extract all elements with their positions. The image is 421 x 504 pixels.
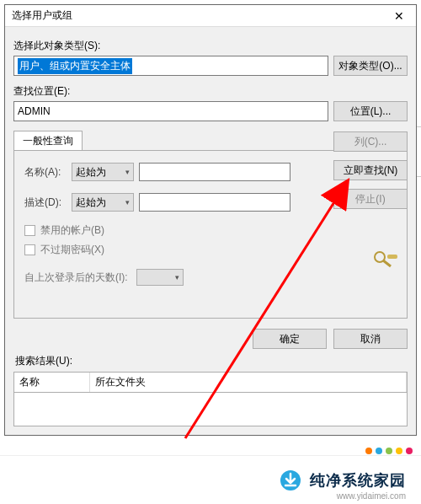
object-types-button[interactable]: 对象类型(O)... <box>333 56 408 76</box>
name-match-value: 起始为 <box>76 165 106 180</box>
stop-button[interactable]: 停止(I) <box>333 189 408 209</box>
close-icon: ✕ <box>394 9 404 23</box>
svg-rect-2 <box>387 255 397 259</box>
right-button-column: 列(C)... 立即查找(N) 停止(I) <box>333 131 408 209</box>
desc-match-combo[interactable]: 起始为 ▾ <box>72 193 134 212</box>
results-list[interactable] <box>13 393 408 426</box>
ok-button[interactable]: 确定 <box>253 329 327 349</box>
name-match-combo[interactable]: 起始为 ▾ <box>72 163 134 181</box>
results-col-name[interactable]: 名称 <box>14 373 90 392</box>
footer-brand: 纯净系统家园 <box>310 470 406 491</box>
titlebar: 选择用户或组 ✕ <box>5 5 416 27</box>
columns-button[interactable]: 列(C)... <box>333 131 408 152</box>
footer-logo-icon <box>280 469 301 491</box>
footer-url: www.yidaimei.com <box>337 491 406 501</box>
key-search-icon <box>372 249 401 268</box>
chevron-down-icon: ▾ <box>125 198 130 206</box>
object-type-value: 用户、组或内置安全主体 <box>18 58 132 74</box>
object-type-label: 选择此对象类型(S): <box>13 39 408 53</box>
chevron-down-icon: ▾ <box>175 273 179 281</box>
dialog-select-user-or-group: 选择用户或组 ✕ 选择此对象类型(S): 用户、组或内置安全主体 对象类型(O)… <box>4 4 417 436</box>
svg-line-1 <box>383 260 391 266</box>
chevron-down-icon: ▾ <box>125 168 130 176</box>
results-col-folder[interactable]: 所在文件夹 <box>90 373 407 392</box>
footer-dots <box>286 448 421 461</box>
disabled-accounts-label: 禁用的帐户(B) <box>40 223 104 238</box>
object-type-input[interactable]: 用户、组或内置安全主体 <box>13 56 328 76</box>
disabled-accounts-checkbox[interactable] <box>24 225 35 236</box>
cancel-button[interactable]: 取消 <box>333 329 408 349</box>
desc-match-value: 起始为 <box>76 196 106 210</box>
watermark-footer: 纯净系统家园 www.yidaimei.com <box>0 455 421 504</box>
close-button[interactable]: ✕ <box>382 5 416 27</box>
location-value: ADMIN <box>18 105 51 117</box>
locations-button[interactable]: 位置(L)... <box>333 101 408 121</box>
desc-label: 描述(D): <box>24 196 67 210</box>
nonexpiring-password-checkbox[interactable] <box>24 244 35 255</box>
tab-common-queries[interactable]: 一般性查询 <box>13 131 83 151</box>
days-since-logon-combo[interactable]: ▾ <box>136 269 184 286</box>
dialog-body: 选择此对象类型(S): 用户、组或内置安全主体 对象类型(O)... 查找位置(… <box>5 27 416 435</box>
days-since-logon-label: 自上次登录后的天数(I): <box>24 271 128 285</box>
location-label: 查找位置(E): <box>13 84 408 99</box>
dialog-title: 选择用户或组 <box>12 8 72 23</box>
desc-input[interactable] <box>139 193 290 212</box>
nonexpiring-password-label: 不过期密码(X) <box>40 243 104 257</box>
location-input[interactable]: ADMIN <box>13 101 328 121</box>
results-header: 名称 所在文件夹 <box>13 372 408 393</box>
name-label: 名称(A): <box>24 165 67 180</box>
name-input[interactable] <box>139 163 290 181</box>
results-label: 搜索结果(U): <box>15 354 408 368</box>
find-now-button[interactable]: 立即查找(N) <box>333 160 408 180</box>
